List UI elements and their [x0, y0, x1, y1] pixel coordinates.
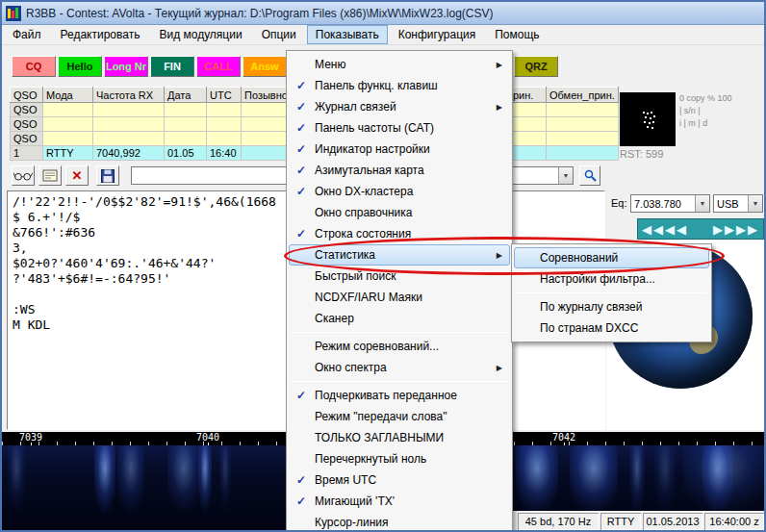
chevron-down-icon[interactable]: ▼ — [695, 195, 709, 212]
menu-item-azimuthal-map[interactable]: Азимутальная карта — [289, 160, 510, 181]
checkmark-icon — [296, 470, 306, 490]
menu-separator — [516, 292, 707, 293]
submenu-item-contests[interactable]: Соревнований — [514, 247, 709, 268]
rx-line: M KDL — [13, 317, 50, 332]
rx-line: :WS — [13, 302, 35, 317]
menu-item-log-window[interactable]: Журнал связей — [289, 96, 510, 117]
checkmark-icon — [296, 161, 306, 180]
col-header-freq: Частота RX — [93, 88, 165, 103]
checkmark-icon — [296, 182, 306, 201]
macro-button-answ[interactable]: Answ — [243, 56, 287, 77]
chevron-down-icon[interactable]: ▼ — [558, 167, 573, 184]
menu-item-blinking-tx[interactable]: Мигающий 'TX' — [289, 491, 510, 512]
copy-percent-label: 0 copy % 100 — [679, 92, 764, 105]
menu-item-utc-time[interactable]: Время UTC — [289, 469, 510, 491]
menu-show[interactable]: Показывать — [307, 25, 388, 44]
statistics-submenu-popup: Соревнований Настройки фильтра... По жур… — [511, 243, 712, 342]
macro-button-longnr[interactable]: Long Nr — [104, 56, 148, 77]
col-header-mode: Мода — [43, 88, 93, 103]
checkmark-icon — [296, 492, 306, 511]
frequency-select[interactable]: 7.038.780 ▼ — [630, 194, 710, 213]
macro-button-hello[interactable]: Hello — [58, 56, 102, 77]
menu-item-status-line[interactable]: Строка состояния — [289, 223, 510, 244]
col-header-exch: Обмен_прин. — [547, 88, 619, 103]
menu-item-spectrum-window[interactable]: Окно спектра — [289, 357, 510, 378]
mixw-window: R3BB - Contest: AVolta - Текущий журнал:… — [0, 0, 766, 532]
menu-item-tuning-indicator[interactable]: Индикатор настройки — [289, 139, 510, 160]
menu-configuration[interactable]: Конфигурация — [390, 25, 485, 44]
col-header-utc: UTC — [207, 88, 242, 103]
log-card-button[interactable] — [38, 165, 62, 186]
imd-label: i | m | d — [679, 117, 764, 130]
checkmark-icon — [296, 118, 306, 138]
menu-mode[interactable]: Вид модуляции — [150, 25, 250, 44]
step-up-arrows-icon[interactable]: ▶▶▶▶ — [713, 222, 759, 237]
menu-file[interactable]: Файл — [4, 25, 50, 44]
eq-label: Eq: — [611, 197, 627, 209]
checkmark-icon — [296, 97, 306, 116]
delete-x-icon: ✕ — [72, 168, 83, 183]
submenu-item-filter-settings[interactable]: Настройки фильтра... — [514, 268, 709, 290]
menu-item-word-transmit-mode[interactable]: Режим "передачи слова" — [289, 406, 510, 427]
signal-dots — [643, 112, 645, 114]
meter-labels: 0 copy % 100 | s/n | i | m | d — [679, 92, 764, 130]
app-icon — [6, 6, 21, 21]
submenu-item-by-log[interactable]: По журналу связей — [514, 296, 709, 317]
submenu-arrow-icon — [497, 56, 502, 75]
menu-item-statistics[interactable]: Статистика — [289, 244, 510, 266]
save-button[interactable] — [96, 165, 119, 186]
card-icon — [42, 169, 58, 182]
search-icon — [584, 169, 597, 182]
submenu-arrow-icon — [497, 98, 502, 117]
tuning-indicator[interactable] — [620, 92, 676, 146]
statusbar: 45 bd, 170 Hz RTTY 01.05.2013 16:40:00 z — [512, 511, 764, 532]
step-down-arrows-icon[interactable]: ◀◀◀◀ — [642, 222, 688, 237]
rx-line: $02+0?'460'4'69:.'46+&'44?' — [13, 256, 216, 270]
menu-item-underline-sent[interactable]: Подчеркивать переданное — [289, 385, 510, 406]
sideband-select[interactable]: USB ▼ — [713, 194, 763, 213]
glasses-button[interactable] — [12, 165, 35, 186]
menu-item-uppercase-only[interactable]: ТОЛЬКО ЗАГЛАВНЫМИ — [289, 427, 510, 448]
col-header-qso: QSO — [11, 88, 43, 103]
scale-label: 7040 — [189, 432, 227, 443]
submenu-item-by-dxcc[interactable]: По странам DXCC — [514, 317, 709, 339]
rst-readout: RST: 599 — [620, 148, 663, 160]
rx-line: 3, — [13, 241, 28, 255]
menu-help[interactable]: Помощь — [486, 25, 548, 44]
menu-item-quick-search[interactable]: Быстрый поиск — [289, 266, 510, 287]
titlebar[interactable]: R3BB - Contest: AVolta - Текущий журнал:… — [2, 2, 764, 25]
menu-separator — [291, 381, 508, 382]
macro-button-fin[interactable]: FIN — [150, 56, 194, 77]
menu-item-beacons[interactable]: NCDXF/IARU Маяки — [289, 287, 510, 308]
menu-item-menu[interactable]: Меню — [289, 54, 510, 75]
mode-indicator[interactable]: RTTY — [600, 513, 641, 530]
menu-item-cursor-line[interactable]: Курсор-линия — [289, 512, 510, 532]
menu-item-reference-window[interactable]: Окно справочника — [289, 202, 510, 223]
search-button[interactable] — [579, 165, 600, 186]
submenu-arrow-icon — [497, 359, 502, 378]
baud-shift-indicator[interactable]: 45 bd, 170 Hz — [518, 513, 599, 530]
menu-item-contest-mode[interactable]: Режим соревнований... — [289, 336, 510, 357]
menu-item-dx-cluster[interactable]: Окно DX-кластера — [289, 181, 510, 202]
chevron-down-icon[interactable]: ▼ — [748, 195, 762, 212]
delete-button[interactable]: ✕ — [65, 165, 89, 186]
frequency-step-buttons[interactable]: ◀◀◀◀ ▶▶▶▶ — [637, 218, 764, 240]
menu-options[interactable]: Опции — [253, 25, 305, 44]
menu-separator — [291, 332, 508, 333]
sn-label: | s/n | — [679, 105, 764, 117]
sideband-value: USB — [717, 198, 739, 210]
macro-button-cq[interactable]: CQ — [12, 56, 56, 77]
menu-item-cat-panel[interactable]: Панель частоты (CAT) — [289, 117, 510, 139]
menu-edit[interactable]: Редактировать — [52, 25, 149, 44]
menu-item-func-keys-panel[interactable]: Панель функц. клавиш — [289, 75, 510, 96]
menu-item-scanner[interactable]: Сканер — [289, 308, 510, 329]
macro-button-call[interactable]: CALL — [196, 56, 241, 77]
scale-label: 7042 — [545, 432, 583, 443]
menu-item-slashed-zero[interactable]: Перечеркнутый ноль — [289, 448, 510, 469]
col-header-date: Дата — [165, 88, 207, 103]
menubar: Файл Редактировать Вид модуляции Опции П… — [2, 25, 764, 45]
checkmark-icon — [296, 386, 306, 405]
rx-line: $ 6.+'!/$ — [13, 210, 80, 224]
rx-line: ?'483'+$6#!=-:64?95!' — [13, 271, 170, 286]
macro-button-qrz[interactable]: QRZ — [514, 56, 558, 77]
